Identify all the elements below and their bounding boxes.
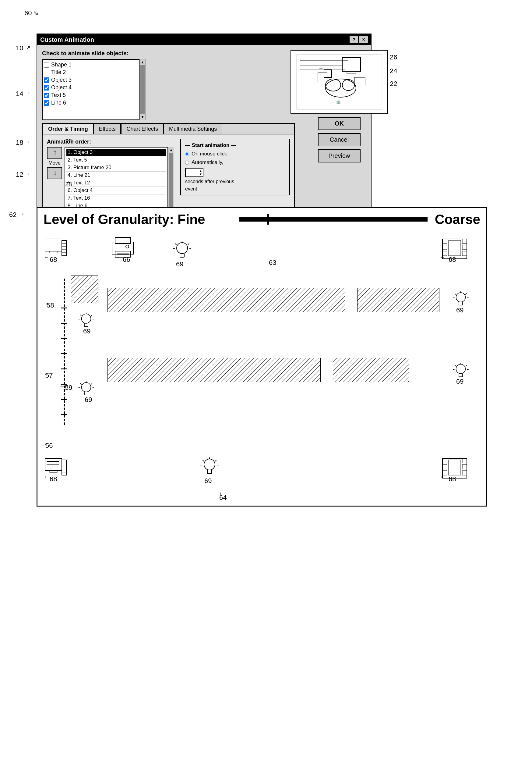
spinner-up[interactable]: ▲: [199, 169, 202, 172]
tick-7: [61, 399, 67, 400]
anim-item-7[interactable]: 7. Text 16: [66, 195, 166, 202]
granularity-section: Level of Granularity: Fine Coarse: [37, 207, 487, 506]
move-down-button[interactable]: ⇩: [47, 167, 62, 179]
ref-68d-label: 68: [449, 475, 456, 483]
radio-mouse-click-input[interactable]: [185, 152, 189, 156]
svg-rect-119: [449, 460, 461, 475]
seconds-spinner[interactable]: ▲ ▼: [185, 168, 203, 177]
svg-point-85: [456, 364, 466, 374]
ref-10: 10: [16, 44, 23, 52]
ref-69e-label: 69: [456, 378, 463, 386]
anim-item-1[interactable]: 1. Object 3: [66, 149, 166, 156]
scrollbar-thumb[interactable]: [140, 65, 145, 114]
spinner-down[interactable]: ▼: [199, 172, 202, 176]
tab-effects[interactable]: Effects: [93, 124, 121, 134]
close-button[interactable]: X: [359, 36, 368, 43]
start-anim-title: — Start animation —: [185, 142, 285, 148]
tab-multimedia-settings[interactable]: Multimedia Settings: [164, 124, 222, 134]
title-buttons: ? X: [350, 36, 368, 43]
svg-rect-116: [462, 458, 467, 463]
check-animate-label: Check to animate slide objects:: [42, 50, 295, 57]
fig-number-60: 60: [24, 9, 32, 17]
svg-point-72: [82, 382, 91, 392]
ref-12: 12: [16, 171, 23, 178]
tick-4: [61, 353, 67, 354]
tick-1: [61, 308, 67, 309]
granularity-title: Level of Granularity: Fine: [44, 212, 232, 227]
svg-rect-26: [115, 238, 130, 244]
svg-point-50: [82, 314, 91, 323]
ref-69d-label: 69: [85, 396, 92, 404]
tabs-row: Order & Timing Effects Chart Effects Mul…: [43, 124, 294, 134]
radio-auto[interactable]: Automatically,: [185, 159, 285, 165]
svg-rect-117: [462, 464, 467, 469]
ref-62: 62: [9, 211, 16, 219]
ref-69f-label: 69: [204, 477, 212, 485]
granularity-header: Level of Granularity: Fine Coarse: [37, 208, 486, 231]
tab-chart-effects[interactable]: Chart Effects: [121, 124, 164, 134]
checkbox-object4-input[interactable]: [44, 85, 49, 90]
granularity-slider[interactable]: [239, 217, 427, 222]
anim-item-6[interactable]: 6. Object 4: [66, 187, 166, 195]
hatch-bar-58-main: [107, 288, 345, 312]
hatch-bar-57-main: [107, 358, 321, 382]
checkbox-line6[interactable]: Line 6: [44, 99, 138, 107]
svg-rect-20: [62, 241, 66, 256]
svg-rect-98: [62, 460, 66, 475]
checkbox-object3-input[interactable]: [44, 77, 49, 83]
checkbox-text5-input[interactable]: [44, 93, 49, 98]
checkbox-line6-input[interactable]: [44, 100, 49, 106]
lightbulb-svg-a: [171, 241, 193, 262]
checkbox-scrollbar[interactable]: ▲ ▼: [139, 59, 146, 120]
ref-22: 22: [390, 80, 397, 88]
checkbox-title2[interactable]: Title 2: [44, 69, 138, 76]
checkbox-object4[interactable]: Object 4: [44, 84, 138, 91]
svg-rect-47: [449, 241, 461, 256]
radio-auto-input[interactable]: [185, 160, 189, 164]
svg-rect-44: [462, 239, 467, 244]
checkbox-object3[interactable]: Object 3: [44, 76, 138, 84]
ref-68b-label: 68: [449, 256, 456, 264]
checkbox-list[interactable]: Shape 1 Title 2 Object 3 Object 4: [42, 59, 139, 120]
hatch-svg-57-main: [107, 358, 321, 382]
lightbulb-69a: [171, 241, 193, 263]
svg-rect-42: [442, 245, 447, 250]
svg-rect-60: [107, 288, 345, 312]
svg-rect-45: [462, 245, 467, 250]
svg-rect-113: [442, 458, 447, 463]
start-anim-box: — Start animation — On mouse click Autom…: [180, 139, 290, 196]
dotted-line-59: [64, 279, 65, 425]
move-controls-container: 28 ⇧ Move ⇩ 28: [47, 147, 62, 179]
anim-item-3[interactable]: 3. Picture frame 20: [66, 164, 166, 171]
checkbox-shape1-input[interactable]: [44, 62, 49, 68]
svg-line-56: [91, 315, 92, 316]
svg-rect-49: [71, 276, 98, 303]
svg-line-69: [465, 294, 467, 295]
printer-svg: [107, 235, 138, 259]
radio-mouse-click[interactable]: On mouse click: [185, 151, 285, 157]
ref-14: 14: [16, 90, 23, 98]
cancel-button[interactable]: Cancel: [318, 133, 361, 146]
ok-button[interactable]: OK: [318, 117, 361, 130]
checkbox-text5[interactable]: Text 5: [44, 91, 138, 99]
anim-item-2[interactable]: 2. Text 5: [66, 156, 166, 164]
checkbox-title2-label: Title 2: [51, 69, 66, 76]
svg-line-91: [465, 365, 467, 366]
svg-line-37: [188, 244, 189, 245]
preview-button[interactable]: Preview: [318, 149, 361, 162]
anim-scroll-up[interactable]: ▲: [169, 147, 174, 153]
scrollbar-down-arrow[interactable]: ▼: [140, 114, 145, 120]
scrollbar-up-arrow[interactable]: ▲: [140, 59, 145, 65]
slider-thumb[interactable]: [267, 214, 269, 225]
help-button[interactable]: ?: [350, 36, 358, 43]
checkbox-shape1[interactable]: Shape 1: [44, 61, 138, 69]
custom-animation-dialog: Custom Animation ? X Check to animate sl…: [37, 33, 372, 237]
checkbox-title2-input[interactable]: [44, 70, 49, 75]
anim-item-4[interactable]: 4. Line 21: [66, 171, 166, 179]
tab-order-timing[interactable]: Order & Timing: [43, 124, 93, 134]
hatch-rect-small: [71, 276, 98, 303]
svg-rect-82: [107, 358, 321, 382]
move-up-button[interactable]: ⇧: [47, 147, 62, 159]
anim-item-5[interactable]: 5. Text 12: [66, 179, 166, 187]
ref-69b-label: 69: [83, 327, 90, 335]
